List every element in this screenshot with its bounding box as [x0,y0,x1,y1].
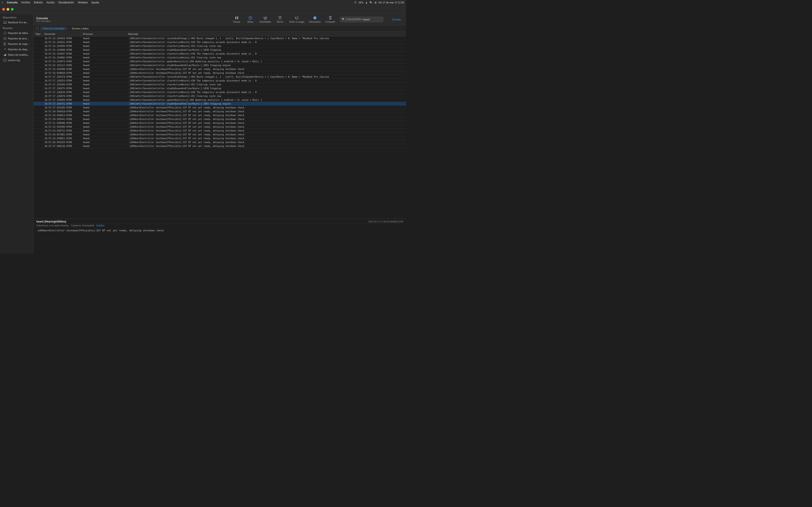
svg-rect-10 [4,55,5,56]
search-bar[interactable]: 🔍 CUALQUIERA ▾ [340,17,383,22]
cell-type [34,90,43,94]
sidebar-item-system[interactable]: >_ system.log [1,58,32,63]
table-header-row: Tipo Duración Proceso Mensaje [34,32,406,37]
table-row[interactable]: 16:57:19.928013-0700heard-[AXHeardContro… [34,113,406,117]
svg-rect-0 [4,21,6,23]
cell-type [34,144,43,148]
datetime-display: Vie 17 de mar 17:11:55 [378,1,404,4]
table-row[interactable]: 16:57:25.939851-0700heard-[AXHeardContro… [34,136,406,140]
table-row[interactable]: 16:57:17.326634-0700heard-[HUComfortSoun… [34,90,406,94]
cell-duration: 16:57:18.926618-0700 [43,110,81,113]
filter-bar: Todos los mensajes Errores y fallos [34,25,406,32]
cell-duration: 16:57:21.930500-0700 [43,121,81,125]
menu-edicion[interactable]: Edición [32,0,44,5]
sidebar-item-diag[interactable]: Reportes de diag... [1,47,32,52]
apple-menu-icon[interactable]:  [2,1,3,4]
sidebar-item-datos[interactable]: Datos del análisis... [1,52,32,57]
menu-ventana[interactable]: Ventana [76,0,89,5]
search-menu-icon[interactable]: 🔍 [369,1,373,4]
table-row[interactable]: 16:57:17.326304-0700heard-[HUComfortSoun… [34,82,406,87]
cell-type [34,82,43,87]
detail-title: heard (HearingUtilities) [36,220,66,223]
cell-type [34,117,43,121]
sidebar-item-macbook[interactable]: MacBook Pro de... [1,20,32,25]
ahora-button[interactable]: Ahora [246,16,255,23]
cell-process: heard [81,87,126,90]
table-row[interactable]: 16:57:17.925165-0700heard-[AXHeardContro… [34,106,406,110]
select-all-checkbox[interactable] [36,27,39,30]
sidebar-item-arran[interactable]: Reportes de arran... [1,36,32,41]
table-row[interactable]: 16:57:27.948116-0700heard-[AXHeardContro… [34,144,406,148]
table-row[interactable]: 16:57:23.936722-0700heard-[AXHeardContro… [34,129,406,133]
laptop-icon [3,21,7,24]
informacion-button[interactable]: i Información [309,16,320,23]
search-filter[interactable]: CUALQUIERA ▾ [346,18,362,20]
table-row[interactable]: 16:57:15.154541-0700heard-[HUComfortSoun… [34,40,406,44]
detail-details-link[interactable]: Detalles [96,224,104,227]
table-row[interactable]: 16:57:26.943233-0700heard-[AXHeardContro… [34,140,406,144]
table-row[interactable]: 16:57:15.155073-0700heard-[HUComfortSoun… [34,60,406,63]
filter-errors-faults[interactable]: Errores y fallos [70,27,91,30]
cell-duration: 16:57:27.948116-0700 [43,144,81,148]
report-start-icon [3,37,7,40]
menu-archivo[interactable]: Archivo [19,0,32,5]
menu-accion[interactable]: Acción [45,0,56,5]
table-row[interactable]: 16:57:22.933509-0700heard-[AXHeardContro… [34,125,406,129]
cell-process: heard [81,110,126,113]
detail-timestamp: 2023-03-17 17:09:04.994585-0700 [368,220,403,223]
table-row[interactable]: 16:57:15.155117-0700heard-[HUComfortSoun… [34,63,406,67]
table-row[interactable]: 16:57:17.326253-0700heard-[HUComfortSoun… [34,79,406,82]
col-header-process[interactable]: Proceso [81,32,126,37]
sidebar-arran-label: Reportes de arran... [8,37,30,40]
table-row[interactable]: 16:57:17.326575-0700heard-[HUComfortSoun… [34,87,406,90]
pausa-button[interactable]: Pausar [232,16,241,23]
table-row[interactable]: 16:57:17.326670-0700heard-[HUComfortSoun… [34,94,406,98]
table-row[interactable]: 16:57:17.326751-0700heard-[HUComfortSoun… [34,102,406,106]
close-button[interactable]: × [2,8,5,11]
actividades-button[interactable]: Actividades [259,16,271,23]
svg-text:!: ! [5,33,5,35]
col-header-message[interactable]: Mensaje [126,32,406,37]
filter-all-messages[interactable]: Todos los mensajes [40,27,67,30]
menu-visualizacion[interactable]: Visualización [57,0,76,5]
guardar-button[interactable]: Guardar [390,18,403,21]
sidebar: Dispositivos MacBook Pro de... Reportes … [0,13,34,253]
volver-button[interactable]: Volver a cargar [289,16,304,23]
sidebar-item-fallos[interactable]: ! Reportes de fallos [1,31,32,36]
table-container[interactable]: Tipo Duración Proceso Mensaje 16:57:15.1… [34,32,406,218]
table-row[interactable]: 16:57:15.154982-0700heard-[HUComfortSoun… [34,56,406,60]
cell-type [34,60,43,63]
col-header-duration[interactable]: Duración [43,32,81,37]
table-row[interactable]: 16:57:15.154898-0700heard-[HUComfortSoun… [34,48,406,52]
table-row[interactable]: 16:57:21.930500-0700heard-[AXHeardContro… [34,121,406,125]
cell-process: heard [81,52,126,56]
filter-separator [68,27,68,30]
volver-icon [295,16,299,20]
table-row[interactable]: 16:57:24.937881-0700heard-[AXHeardContro… [34,133,406,136]
cell-process: heard [81,90,126,94]
cell-process: heard [81,82,126,87]
menu-ayuda[interactable]: Ayuda [90,0,101,5]
sidebar-item-regis[interactable]: Reportes de regis... [1,42,32,46]
table-row[interactable]: 16:57:18.926618-0700heard-[AXHeardContro… [34,110,406,113]
table-row[interactable]: 16:57:20.930341-0700heard-[AXHeardContro… [34,117,406,121]
cell-type [34,56,43,60]
minimize-button[interactable]: − [7,8,9,11]
cell-message: -[HUComfortSoundsController updateAnalyt… [126,60,406,63]
table-row[interactable]: 16:57:15.916309-0700heard-[AXHeardContro… [34,67,406,71]
table-row[interactable]: 16:57:16.920020-0700heard-[AXHeardContro… [34,71,406,75]
borrar-button[interactable]: Borrar [275,16,285,23]
table-row[interactable]: 16:57:17.326174-0700heard-[HUComfortSoun… [34,75,406,79]
table-row[interactable]: 16:57:15.154599-0700heard-[HUComfortSoun… [34,44,406,48]
compartir-button[interactable]: Compartir [325,16,335,23]
table-row[interactable]: 16:57:15.154453-0700heard-[HUComfortSoun… [34,37,406,40]
col-header-type[interactable]: Tipo [34,32,43,37]
maximize-button[interactable]: + [11,8,14,11]
actividades-icon [263,16,267,20]
app-menu[interactable]: Consola [5,0,19,5]
control-center-icon[interactable]: ⊞ [374,1,376,4]
search-input[interactable] [363,18,381,21]
sidebar-system-label: system.log [8,59,20,62]
table-row[interactable]: 16:57:15.154947-0700heard-[HUComfortSoun… [34,52,406,56]
table-row[interactable]: 16:57:17.326699-0700heard-[HUComfortSoun… [34,98,406,102]
